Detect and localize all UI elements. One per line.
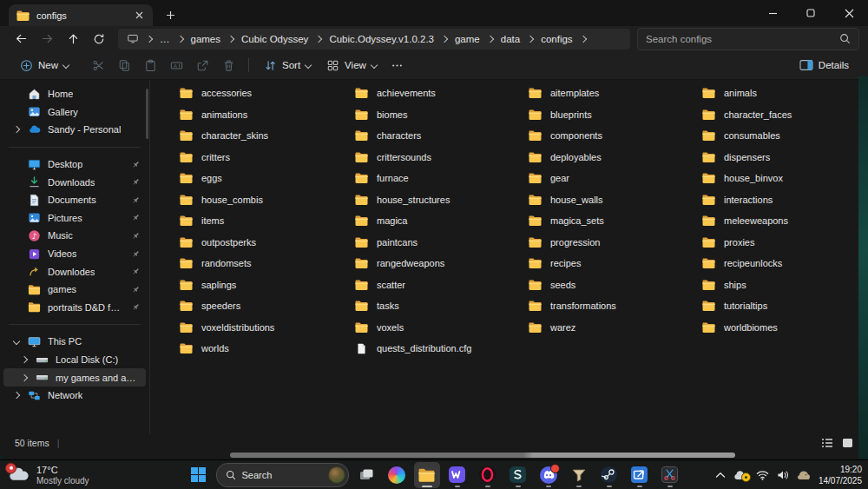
new-button[interactable]: New (12, 55, 76, 76)
steam-app-button[interactable] (596, 462, 622, 488)
sidebar-item-music[interactable]: Music (3, 227, 146, 245)
file-item[interactable]: voxels (349, 317, 477, 339)
file-item[interactable]: furnace (349, 168, 477, 189)
tab-configs[interactable]: configs (9, 4, 153, 26)
breadcrumb-item[interactable]: data (501, 34, 533, 44)
file-item[interactable]: character_skins (174, 125, 279, 147)
weather-widget[interactable]: 17°C Mostly cloudy (7, 464, 89, 486)
sidebar-item-desktop[interactable]: Desktop (3, 155, 146, 174)
file-item[interactable]: ships (696, 274, 797, 296)
breadcrumb[interactable]: … games Cubic Odyssey Cubic.Odyssey.v1.0… (118, 29, 630, 50)
breadcrumb-item[interactable]: Cubic Odyssey (241, 34, 321, 44)
file-item[interactable]: house_combis (174, 189, 279, 211)
arrow-app-button[interactable] (627, 462, 653, 488)
wifi-icon[interactable] (756, 470, 769, 480)
taskbar-search[interactable]: Search (216, 463, 349, 487)
file-item[interactable]: voxeldistributions (174, 317, 279, 339)
sidebar-item-sandy-personal[interactable]: Sandy - Personal (3, 121, 146, 139)
copy-button[interactable] (111, 55, 137, 76)
file-item[interactable]: gear (523, 168, 621, 189)
volume-icon[interactable] (777, 470, 789, 480)
opera-gx-app-button[interactable] (475, 462, 501, 488)
file-item[interactable]: magica (349, 210, 477, 232)
file-item[interactable]: consumables (696, 125, 797, 147)
breadcrumb-ellipsis[interactable]: … (160, 34, 170, 44)
sidebar-scrollbar[interactable] (146, 89, 148, 139)
details-view-toggle-icon[interactable] (821, 438, 833, 448)
file-item[interactable]: critters (174, 147, 279, 169)
delete-button[interactable] (215, 55, 241, 76)
refresh-button[interactable] (87, 29, 111, 50)
new-tab-button[interactable] (160, 4, 181, 25)
file-item[interactable]: quests_distribution.cfg (349, 338, 477, 360)
sidebar-item-downloads[interactable]: Downloads (3, 173, 146, 191)
file-item[interactable]: items (174, 210, 279, 232)
sidebar-item-pictures[interactable]: Pictures (3, 209, 146, 228)
forward-button[interactable] (35, 29, 59, 50)
maximize-button[interactable] (792, 0, 830, 26)
file-item[interactable]: house_binvox (696, 168, 797, 189)
file-item[interactable]: proxies (696, 232, 797, 254)
paste-button[interactable] (137, 55, 163, 76)
file-item[interactable]: house_structures (349, 189, 477, 211)
expand-chevron-icon[interactable] (13, 392, 20, 399)
expand-chevron-icon[interactable] (13, 338, 20, 345)
discord-app-button[interactable] (536, 462, 562, 488)
file-item[interactable]: outpostperks (174, 232, 279, 254)
sidebar-item-documents[interactable]: Documents (3, 191, 146, 209)
file-item[interactable]: recipes (523, 253, 621, 274)
file-item[interactable]: eggs (174, 168, 279, 189)
sidebar-item-my-games-and-apps-d-[interactable]: my games and apps (D:) (3, 368, 146, 387)
tray-app-icon[interactable] (797, 469, 811, 480)
file-item[interactable]: recipeunlocks (696, 253, 797, 274)
tab-close-icon[interactable] (132, 9, 146, 23)
sidebar-item-portraits-d-d-folder[interactable]: portraits D&D folder (3, 299, 146, 317)
breadcrumb-item[interactable]: games (191, 34, 234, 44)
details-pane-button[interactable]: Details (792, 55, 856, 76)
file-item[interactable]: interactions (696, 189, 797, 211)
file-item[interactable]: rangedweapons (349, 253, 477, 274)
view-button[interactable]: View (319, 55, 385, 76)
scrollbar-thumb[interactable] (230, 453, 735, 458)
file-item[interactable]: crittersounds (349, 147, 477, 169)
sidebar-item-videos[interactable]: Videos (3, 245, 146, 263)
sidebar-item-games[interactable]: games (3, 281, 146, 299)
wemod-app-button[interactable] (444, 462, 470, 488)
sidebar-item-this-pc[interactable]: This PC (3, 333, 146, 351)
sort-button[interactable]: Sort (256, 55, 319, 76)
file-item[interactable]: accessories (174, 83, 279, 104)
sidebar-item-local-disk-c-[interactable]: Local Disk (C:) (3, 351, 146, 369)
cut-button[interactable] (85, 55, 111, 76)
file-item[interactable]: worlds (174, 338, 279, 360)
file-item[interactable]: dispensers (696, 147, 797, 169)
file-item[interactable]: paintcans (349, 232, 477, 254)
s-logo-app-button[interactable] (505, 462, 531, 488)
start-button[interactable] (186, 462, 212, 488)
file-item[interactable]: blueprints (523, 104, 621, 126)
more-options-button[interactable] (385, 55, 411, 76)
file-item[interactable]: worldbiomes (696, 317, 797, 339)
copilot-button[interactable] (384, 462, 410, 488)
file-item[interactable]: achievements (349, 83, 477, 104)
file-item[interactable]: tasks (349, 295, 477, 317)
file-item[interactable]: house_walls (523, 189, 621, 211)
file-item[interactable]: character_faces (696, 104, 797, 126)
rename-button[interactable]: A (163, 55, 189, 76)
funnel-app-button[interactable] (566, 462, 592, 488)
file-explorer-taskbar-button[interactable] (414, 462, 440, 488)
horizontal-scrollbar[interactable] (150, 452, 868, 459)
file-item[interactable]: transformations (523, 295, 621, 317)
breadcrumb-item[interactable]: Cubic.Odyssey.v1.0.2.3 (329, 34, 447, 44)
file-item[interactable]: saplings (174, 274, 279, 296)
search-input[interactable]: Search configs (637, 28, 859, 50)
expand-chevron-icon[interactable] (13, 126, 20, 133)
sidebar-item-gallery[interactable]: Gallery (3, 103, 146, 122)
file-item[interactable]: components (523, 125, 621, 147)
file-item[interactable]: tutorialtips (696, 295, 797, 317)
share-button[interactable] (189, 55, 215, 76)
tray-chevron-up-icon[interactable] (715, 472, 726, 479)
file-item[interactable]: aitemplates (523, 83, 621, 104)
file-item[interactable]: animals (696, 83, 797, 104)
sidebar-item-network[interactable]: Network (3, 387, 146, 405)
snipping-tool-button[interactable] (657, 462, 683, 488)
